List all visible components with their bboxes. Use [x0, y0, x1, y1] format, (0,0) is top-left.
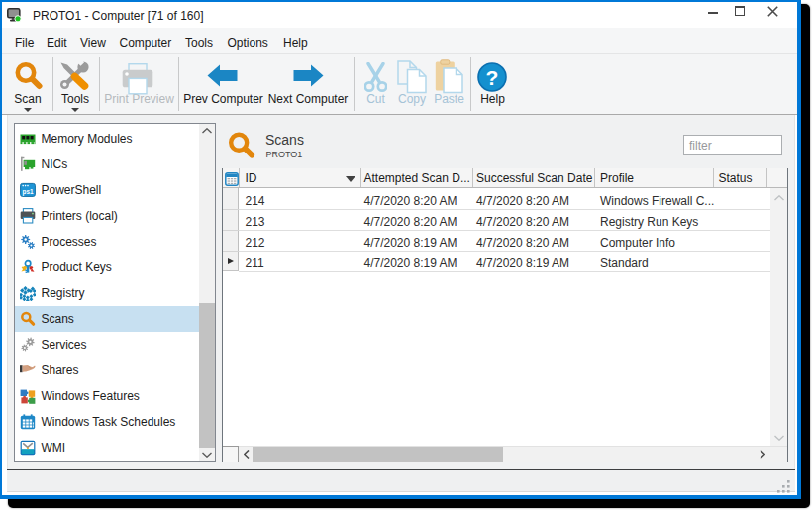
svg-text:ps1: ps1 — [22, 188, 33, 196]
svg-text:?: ? — [486, 66, 499, 89]
